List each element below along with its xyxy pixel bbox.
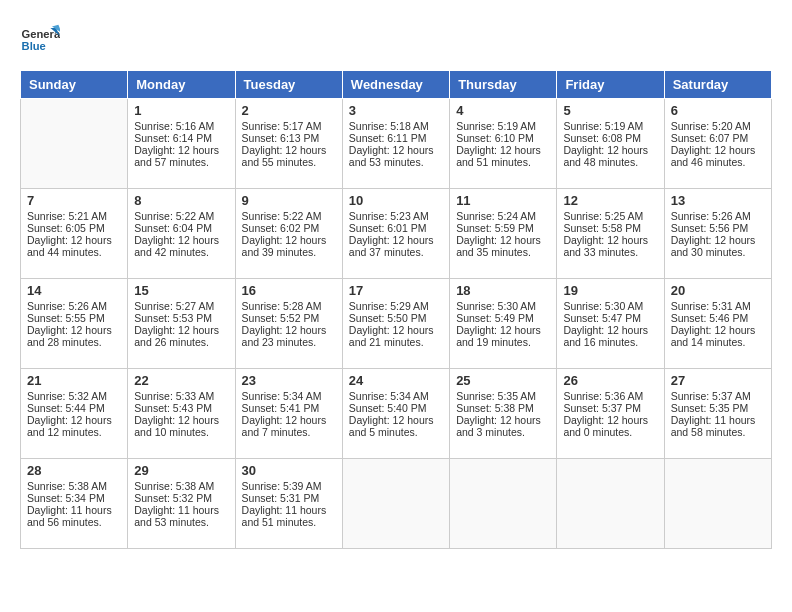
cell-info: Daylight: 12 hours (27, 414, 121, 426)
cell-info: Sunset: 5:53 PM (134, 312, 228, 324)
calendar-cell (557, 459, 664, 549)
cell-info: Daylight: 12 hours (456, 324, 550, 336)
cell-info: Sunrise: 5:34 AM (349, 390, 443, 402)
cell-info: Sunrise: 5:26 AM (27, 300, 121, 312)
cell-info: Sunrise: 5:28 AM (242, 300, 336, 312)
cell-info: Sunset: 5:31 PM (242, 492, 336, 504)
cell-info: Sunset: 6:13 PM (242, 132, 336, 144)
cell-info: and 44 minutes. (27, 246, 121, 258)
calendar-cell: 5Sunrise: 5:19 AMSunset: 6:08 PMDaylight… (557, 99, 664, 189)
cell-info: Daylight: 12 hours (671, 324, 765, 336)
cell-info: and 0 minutes. (563, 426, 657, 438)
cell-info: and 12 minutes. (27, 426, 121, 438)
calendar-cell: 23Sunrise: 5:34 AMSunset: 5:41 PMDayligh… (235, 369, 342, 459)
cell-info: Sunset: 6:07 PM (671, 132, 765, 144)
cell-info: Sunrise: 5:23 AM (349, 210, 443, 222)
calendar-cell: 1Sunrise: 5:16 AMSunset: 6:14 PMDaylight… (128, 99, 235, 189)
cell-date: 27 (671, 373, 765, 388)
calendar-cell: 29Sunrise: 5:38 AMSunset: 5:32 PMDayligh… (128, 459, 235, 549)
cell-date: 9 (242, 193, 336, 208)
cell-info: and 57 minutes. (134, 156, 228, 168)
cell-info: Daylight: 12 hours (456, 144, 550, 156)
cell-info: Sunset: 5:52 PM (242, 312, 336, 324)
cell-info: and 21 minutes. (349, 336, 443, 348)
cell-info: Sunset: 5:37 PM (563, 402, 657, 414)
calendar-cell: 27Sunrise: 5:37 AMSunset: 5:35 PMDayligh… (664, 369, 771, 459)
cell-info: Daylight: 12 hours (242, 414, 336, 426)
calendar-table: SundayMondayTuesdayWednesdayThursdayFrid… (20, 70, 772, 549)
cell-info: Sunset: 5:35 PM (671, 402, 765, 414)
cell-info: Sunrise: 5:36 AM (563, 390, 657, 402)
cell-date: 5 (563, 103, 657, 118)
cell-info: Sunrise: 5:16 AM (134, 120, 228, 132)
cell-info: and 46 minutes. (671, 156, 765, 168)
cell-info: and 30 minutes. (671, 246, 765, 258)
cell-info: and 51 minutes. (456, 156, 550, 168)
calendar-cell: 26Sunrise: 5:36 AMSunset: 5:37 PMDayligh… (557, 369, 664, 459)
calendar-cell: 12Sunrise: 5:25 AMSunset: 5:58 PMDayligh… (557, 189, 664, 279)
cell-date: 2 (242, 103, 336, 118)
cell-info: Daylight: 12 hours (134, 324, 228, 336)
cell-info: Sunset: 5:55 PM (27, 312, 121, 324)
cell-info: and 51 minutes. (242, 516, 336, 528)
cell-info: Daylight: 12 hours (134, 234, 228, 246)
cell-date: 14 (27, 283, 121, 298)
cell-info: Daylight: 12 hours (349, 234, 443, 246)
calendar-cell: 13Sunrise: 5:26 AMSunset: 5:56 PMDayligh… (664, 189, 771, 279)
cell-date: 21 (27, 373, 121, 388)
cell-info: and 19 minutes. (456, 336, 550, 348)
calendar-cell: 15Sunrise: 5:27 AMSunset: 5:53 PMDayligh… (128, 279, 235, 369)
cell-info: and 28 minutes. (27, 336, 121, 348)
cell-info: Sunset: 5:44 PM (27, 402, 121, 414)
cell-info: Sunrise: 5:39 AM (242, 480, 336, 492)
cell-date: 28 (27, 463, 121, 478)
cell-info: Sunrise: 5:30 AM (456, 300, 550, 312)
cell-info: Sunset: 5:34 PM (27, 492, 121, 504)
day-header-wednesday: Wednesday (342, 71, 449, 99)
logo-icon: General Blue (20, 20, 60, 60)
cell-date: 18 (456, 283, 550, 298)
cell-info: Sunrise: 5:31 AM (671, 300, 765, 312)
cell-info: Sunset: 5:38 PM (456, 402, 550, 414)
cell-date: 26 (563, 373, 657, 388)
cell-info: Daylight: 12 hours (456, 414, 550, 426)
cell-info: Sunset: 5:59 PM (456, 222, 550, 234)
cell-info: Sunrise: 5:33 AM (134, 390, 228, 402)
cell-date: 3 (349, 103, 443, 118)
cell-info: Sunrise: 5:26 AM (671, 210, 765, 222)
cell-info: Sunrise: 5:38 AM (27, 480, 121, 492)
cell-date: 23 (242, 373, 336, 388)
cell-date: 29 (134, 463, 228, 478)
cell-info: Daylight: 12 hours (349, 324, 443, 336)
cell-info: and 37 minutes. (349, 246, 443, 258)
cell-info: Sunrise: 5:32 AM (27, 390, 121, 402)
cell-date: 17 (349, 283, 443, 298)
cell-info: and 56 minutes. (27, 516, 121, 528)
cell-date: 22 (134, 373, 228, 388)
calendar-cell: 3Sunrise: 5:18 AMSunset: 6:11 PMDaylight… (342, 99, 449, 189)
calendar-cell: 30Sunrise: 5:39 AMSunset: 5:31 PMDayligh… (235, 459, 342, 549)
cell-info: Daylight: 11 hours (242, 504, 336, 516)
calendar-cell: 9Sunrise: 5:22 AMSunset: 6:02 PMDaylight… (235, 189, 342, 279)
cell-date: 30 (242, 463, 336, 478)
cell-date: 25 (456, 373, 550, 388)
cell-info: Sunset: 6:05 PM (27, 222, 121, 234)
cell-info: Sunrise: 5:19 AM (563, 120, 657, 132)
cell-info: and 42 minutes. (134, 246, 228, 258)
cell-info: Sunset: 6:04 PM (134, 222, 228, 234)
cell-info: Sunrise: 5:17 AM (242, 120, 336, 132)
day-header-sunday: Sunday (21, 71, 128, 99)
cell-info: Sunrise: 5:22 AM (134, 210, 228, 222)
cell-info: Daylight: 12 hours (563, 414, 657, 426)
cell-date: 24 (349, 373, 443, 388)
cell-info: Sunset: 5:46 PM (671, 312, 765, 324)
cell-info: and 53 minutes. (134, 516, 228, 528)
page-header: General Blue (20, 20, 772, 60)
cell-info: Sunset: 5:49 PM (456, 312, 550, 324)
cell-date: 12 (563, 193, 657, 208)
cell-info: Daylight: 12 hours (27, 324, 121, 336)
calendar-cell: 2Sunrise: 5:17 AMSunset: 6:13 PMDaylight… (235, 99, 342, 189)
day-header-thursday: Thursday (450, 71, 557, 99)
calendar-cell: 28Sunrise: 5:38 AMSunset: 5:34 PMDayligh… (21, 459, 128, 549)
cell-info: Daylight: 12 hours (671, 234, 765, 246)
